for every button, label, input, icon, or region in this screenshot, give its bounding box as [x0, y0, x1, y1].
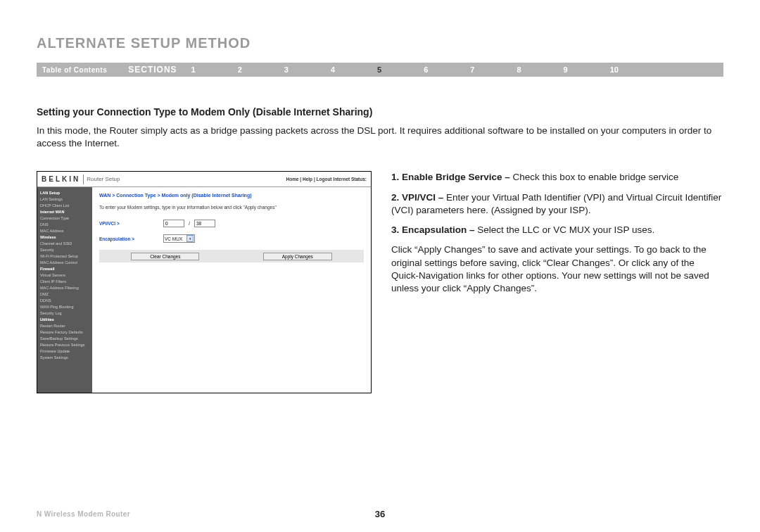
sidebar-item[interactable]: Virtual Servers — [37, 272, 92, 278]
router-breadcrumb: WAN > Connection Type > Modem only (Disa… — [99, 193, 364, 198]
sidebar-item[interactable]: MAC Address Control — [37, 259, 92, 265]
sections-label: SECTIONS — [128, 65, 177, 75]
section-num-6[interactable]: 6 — [424, 65, 428, 74]
footer-product-name: N Wireless Modem Router — [37, 510, 130, 518]
sidebar-item[interactable]: Utilities — [37, 316, 92, 322]
section-num-7[interactable]: 7 — [470, 65, 474, 74]
sidebar-item[interactable]: DDNS — [37, 297, 92, 303]
vpi-input[interactable] — [163, 220, 184, 227]
sidebar-item[interactable]: LAN Setup — [37, 189, 92, 196]
instr-3-bold: 3. Encapsulation – — [391, 224, 477, 235]
page-title: ALTERNATE SETUP METHOD — [37, 35, 723, 51]
section-navbar: Table of Contents SECTIONS 1 2 3 4 5 6 7… — [37, 63, 723, 77]
sidebar-item[interactable]: System Settings — [37, 354, 92, 360]
vpivci-label: VPI/VCI > — [99, 221, 159, 226]
section-num-10[interactable]: 10 — [610, 65, 619, 74]
logo-divider — [83, 175, 84, 184]
sidebar-item[interactable]: Wi-Fi Protected Setup — [37, 253, 92, 259]
router-sidebar: LAN SetupLAN SettingsDHCP Client ListInt… — [37, 187, 92, 393]
setting-heading: Setting your Connection Type to Modem On… — [37, 106, 723, 118]
brand-logo: BELKIN — [42, 175, 80, 183]
instr-3-text: Select the LLC or VC MUX your ISP uses. — [477, 224, 654, 235]
section-num-2[interactable]: 2 — [238, 65, 242, 74]
sidebar-item[interactable]: DNS — [37, 221, 92, 227]
apply-changes-button[interactable]: Apply Changes — [263, 253, 332, 260]
sidebar-item[interactable]: Internet WAN — [37, 208, 92, 215]
sidebar-item[interactable]: DMZ — [37, 291, 92, 297]
header-subtitle: Router Setup — [87, 176, 120, 182]
footer-page-number: 36 — [375, 509, 385, 519]
encaps-label: Encapsulation > — [99, 236, 159, 241]
header-right-links[interactable]: Home | Help | Logout Internet Status: — [286, 177, 367, 182]
sidebar-item[interactable]: Security Log — [37, 310, 92, 316]
vci-input[interactable] — [194, 220, 215, 227]
vpivci-slash: / — [189, 221, 190, 226]
router-helptext: To enter your Modem settings, type in yo… — [99, 205, 364, 210]
encaps-select[interactable]: VC MUX ▾ — [163, 234, 195, 243]
clear-changes-button[interactable]: Clear Changes — [131, 253, 199, 260]
section-num-3[interactable]: 3 — [284, 65, 289, 74]
toc-link[interactable]: Table of Contents — [42, 66, 107, 74]
sidebar-item[interactable]: MAC Address — [37, 227, 92, 234]
router-ui-screenshot: BELKIN Router Setup Home | Help | Logout… — [37, 171, 372, 393]
section-num-9[interactable]: 9 — [564, 65, 568, 74]
encaps-value: VC MUX — [165, 236, 182, 241]
sidebar-item[interactable]: Save/Backup Settings — [37, 335, 92, 341]
instr-1-bold: 1. Enable Bridge Service – — [391, 172, 513, 182]
sidebar-item[interactable]: Restore Previous Settings — [37, 341, 92, 348]
chevron-down-icon: ▾ — [186, 235, 194, 242]
sidebar-item[interactable]: Security — [37, 246, 92, 253]
section-num-4[interactable]: 4 — [331, 65, 335, 74]
instructions-column: 1. Enable Bridge Service – Check this bo… — [391, 171, 723, 393]
sidebar-item[interactable]: Channel and SSID — [37, 240, 92, 246]
sidebar-item[interactable]: Client IP Filters — [37, 278, 92, 284]
sidebar-item[interactable]: WAN Ping Blocking — [37, 303, 92, 310]
instr-closing: Click “Apply Changes” to save and activa… — [391, 244, 709, 293]
sidebar-item[interactable]: Firmware Update — [37, 348, 92, 354]
section-num-8[interactable]: 8 — [517, 65, 521, 74]
sidebar-item[interactable]: Connection Type — [37, 215, 92, 221]
sidebar-item[interactable]: Restore Factory Defaults — [37, 329, 92, 335]
sidebar-item[interactable]: MAC Address Filtering — [37, 284, 92, 291]
sidebar-item[interactable]: Restart Router — [37, 322, 92, 329]
instr-1-text: Check this box to enable bridge service — [513, 172, 679, 182]
sidebar-item[interactable]: LAN Settings — [37, 196, 92, 202]
instr-2-bold: 2. VPI/VCI – — [391, 192, 446, 203]
sidebar-item[interactable]: Wireless — [37, 234, 92, 240]
sidebar-item[interactable]: Firewall — [37, 265, 92, 272]
section-num-5-active[interactable]: 5 — [377, 65, 381, 74]
intro-paragraph: In this mode, the Router simply acts as … — [37, 125, 712, 150]
sidebar-item[interactable]: DHCP Client List — [37, 202, 92, 208]
section-num-1[interactable]: 1 — [191, 65, 196, 74]
